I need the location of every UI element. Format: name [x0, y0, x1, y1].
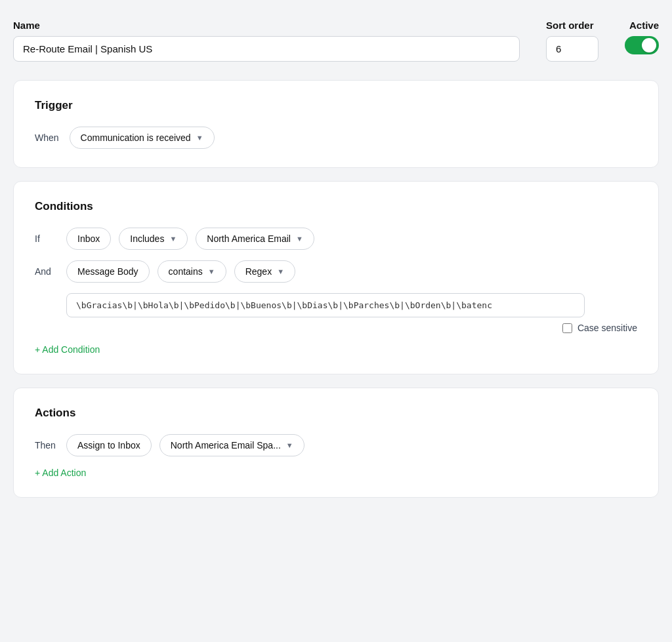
condition-operator-1[interactable]: Includes ▼ — [119, 228, 188, 250]
add-condition-link[interactable]: + Add Condition — [35, 344, 100, 355]
condition-attribute-1-value: Inbox — [77, 233, 100, 244]
add-action-link[interactable]: + Add Action — [35, 468, 86, 478]
case-sensitive-row: Case sensitive — [35, 323, 637, 333]
sort-input[interactable] — [546, 36, 598, 62]
when-label: When — [35, 132, 59, 143]
action-inbox-chevron-icon: ▼ — [286, 441, 293, 449]
value-1-chevron-icon: ▼ — [296, 235, 303, 243]
condition-attribute-2-value: Message Body — [77, 266, 138, 277]
if-label: If — [35, 233, 58, 244]
active-toggle[interactable] — [625, 36, 659, 54]
condition-attribute-2: Message Body — [66, 260, 150, 283]
condition-value-2-text: Regex — [245, 266, 272, 277]
active-field-group: Active — [625, 20, 659, 54]
add-condition-label: + Add Condition — [35, 344, 100, 355]
page-wrapper: Name Sort order Active Trigger When Comm… — [13, 20, 659, 498]
when-dropdown[interactable]: Communication is received ▼ — [70, 127, 215, 149]
conditions-card: Conditions If Inbox Includes ▼ North Ame… — [13, 181, 659, 374]
toggle-thumb — [642, 38, 656, 52]
trigger-row: When Communication is received ▼ — [35, 127, 637, 149]
action-inbox-value: North America Email Spa... — [171, 440, 281, 451]
condition-value-2[interactable]: Regex ▼ — [234, 260, 295, 283]
regex-input-wrapper — [66, 293, 637, 317]
when-chevron-icon: ▼ — [196, 134, 203, 142]
conditions-title: Conditions — [35, 200, 637, 213]
sort-field-group: Sort order — [546, 20, 598, 62]
action-inbox-dropdown[interactable]: North America Email Spa... ▼ — [159, 434, 304, 456]
condition-attribute-1: Inbox — [66, 228, 111, 250]
then-label: Then — [35, 440, 58, 451]
name-label: Name — [13, 20, 520, 31]
trigger-title: Trigger — [35, 99, 637, 112]
case-sensitive-label: Case sensitive — [578, 323, 637, 333]
name-input[interactable] — [13, 36, 520, 62]
operator-2-chevron-icon: ▼ — [208, 268, 215, 275]
condition-value-1-text: North America Email — [207, 233, 291, 244]
active-label: Active — [629, 20, 659, 31]
add-action-label: + Add Action — [35, 468, 86, 478]
name-field-group: Name — [13, 20, 520, 62]
action-type: Assign to Inbox — [66, 434, 152, 456]
value-2-chevron-icon: ▼ — [277, 268, 284, 275]
operator-1-chevron-icon: ▼ — [169, 235, 177, 243]
condition-operator-2-value: contains — [169, 266, 203, 277]
condition-operator-2[interactable]: contains ▼ — [158, 260, 226, 283]
and-label: And — [35, 266, 58, 277]
trigger-card: Trigger When Communication is received ▼ — [13, 80, 659, 168]
actions-title: Actions — [35, 407, 637, 420]
regex-input[interactable] — [66, 293, 585, 317]
header-row: Name Sort order Active — [13, 20, 659, 62]
condition-row-2: And Message Body contains ▼ Regex ▼ — [35, 260, 637, 283]
condition-value-1[interactable]: North America Email ▼ — [196, 228, 314, 250]
action-row-1: Then Assign to Inbox North America Email… — [35, 434, 637, 456]
actions-card: Actions Then Assign to Inbox North Ameri… — [13, 388, 659, 498]
case-sensitive-checkbox[interactable] — [562, 323, 572, 333]
condition-row-1: If Inbox Includes ▼ North America Email … — [35, 228, 637, 250]
condition-operator-1-value: Includes — [130, 233, 164, 244]
action-type-value: Assign to Inbox — [77, 440, 140, 451]
sort-label: Sort order — [546, 20, 598, 31]
when-value: Communication is received — [81, 132, 191, 143]
